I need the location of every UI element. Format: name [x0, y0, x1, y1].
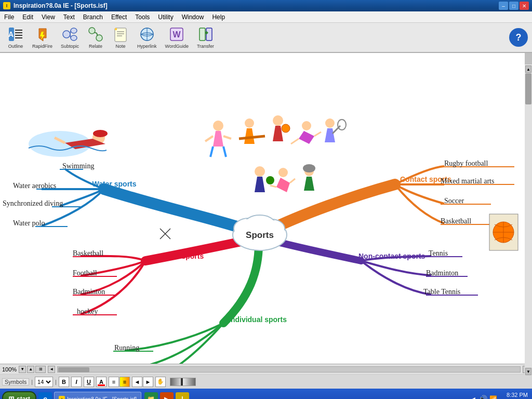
svg-text:A: A — [8, 30, 14, 38]
wordguide-tool[interactable]: W WordGuide — [162, 24, 192, 50]
underline-button[interactable]: U — [84, 377, 94, 387]
svg-point-52 — [213, 121, 223, 131]
italic-button[interactable]: I — [71, 377, 82, 387]
zoom-in-btn[interactable]: ▲ — [27, 366, 34, 373]
rapidfire-label: RapidFire — [32, 44, 52, 49]
team-sports-label: Team sports — [161, 252, 204, 260]
explorer-icon[interactable]: 📁 — [144, 392, 158, 399]
svg-point-65 — [278, 168, 288, 177]
rapidfire-tool[interactable]: RapidFire — [29, 24, 56, 50]
scroll-thumb[interactable] — [525, 73, 531, 104]
h-scroll-thumb[interactable] — [58, 367, 89, 373]
font-color-button[interactable]: A — [96, 377, 107, 387]
individual-sports-label: Individual sports — [229, 315, 287, 324]
symbols-label: Symbols — [2, 378, 29, 385]
tray-speaker[interactable]: 🔊 — [478, 395, 487, 399]
svg-line-60 — [314, 132, 321, 136]
tray-arrow[interactable]: ◄ — [470, 395, 476, 399]
leaf-football: Football — [73, 269, 97, 277]
titlebar-left: I Inspiration?8.0a IE - [Sports.isf] — [3, 2, 108, 9]
opacity-slider[interactable] — [170, 378, 196, 386]
svg-point-7 — [71, 28, 77, 33]
leaf-running: Running — [114, 344, 139, 352]
align-left-btn[interactable]: ≡ — [109, 377, 119, 387]
canvas-area[interactable]: Sports Water sports Swimming Water aerob… — [0, 53, 525, 364]
svg-point-58 — [302, 121, 311, 130]
menu-effect[interactable]: Effect — [107, 11, 131, 22]
note-label: Note — [116, 44, 126, 49]
svg-point-73 — [93, 130, 108, 137]
menu-tools[interactable]: Tools — [131, 11, 154, 22]
outline-tool[interactable]: A Outline — [4, 24, 27, 50]
titlebar: I Inspiration?8.0a IE - [Sports.isf] – □… — [0, 0, 532, 11]
maximize-button[interactable]: □ — [509, 2, 518, 10]
close-button[interactable]: ✕ — [520, 2, 529, 10]
app-icon: I — [3, 2, 10, 9]
hyperlink-tool[interactable]: Hyperlink — [134, 24, 160, 50]
leaf-water-aerobics: Water aerobics — [13, 182, 56, 190]
leaf-basketball-team: Basketball — [73, 249, 103, 257]
help-button[interactable]: ? — [509, 28, 528, 47]
vertical-scrollbar[interactable]: ▲ ▼ — [525, 64, 532, 375]
align-group: ≡ ≡ — [109, 377, 130, 387]
svg-point-55 — [245, 118, 254, 128]
format-separator2: | — [55, 379, 57, 385]
ie-icon[interactable]: e — [38, 392, 52, 399]
svg-rect-4 — [15, 37, 22, 38]
svg-point-57 — [282, 124, 290, 132]
note-tool[interactable]: Note — [109, 24, 132, 50]
zoom-fit-btn[interactable]: ⊞ — [35, 366, 46, 373]
zoom-out-btn[interactable]: ▼ — [19, 366, 26, 373]
menu-help[interactable]: Help — [208, 11, 229, 22]
taskbar-app-inspiration[interactable]: I Inspiration8.0a IE - [Sports.isf] — [54, 392, 141, 399]
menu-file[interactable]: File — [0, 11, 18, 22]
transfer-tool[interactable]: Transfer — [194, 24, 217, 50]
wordguide-label: WordGuide — [165, 44, 189, 49]
leaf-water-polo: Water polo — [13, 219, 45, 227]
app2-icon[interactable]: I — [176, 392, 189, 399]
clock[interactable]: 8:32 PM 9/22/2014 — [500, 391, 530, 399]
indent-decrease-btn[interactable]: ◄ — [132, 377, 142, 387]
menu-branch[interactable]: Branch — [79, 11, 107, 22]
opacity-handle[interactable] — [181, 378, 183, 385]
subtopic-icon — [62, 26, 78, 43]
subtopic-label: Subtopic — [61, 44, 79, 49]
menu-utility[interactable]: Utility — [154, 11, 177, 22]
leaf-badminton-team: Badminton — [73, 288, 105, 296]
menu-edit[interactable]: Edit — [18, 11, 37, 22]
leaf-rugby: Rugby football — [444, 159, 488, 167]
start-button[interactable]: ⊞ start — [2, 391, 36, 399]
titlebar-controls: – □ ✕ — [499, 2, 529, 10]
tray-network[interactable]: 📶 — [489, 395, 497, 399]
toolbar-right: ? — [509, 28, 528, 47]
subtopic-tool[interactable]: Subtopic — [58, 24, 82, 50]
menu-view[interactable]: View — [37, 11, 59, 22]
scroll-up-button[interactable]: ▲ — [525, 65, 531, 73]
leaf-swimming: Swimming — [62, 162, 94, 170]
h-scroll-left[interactable]: ◄ — [48, 366, 55, 373]
minimize-button[interactable]: – — [499, 2, 508, 10]
taskbar-right: ◄ 🔊 📶 8:32 PM 9/22/2014 — [470, 391, 530, 399]
scroll-down-button[interactable]: ▼ — [525, 368, 531, 375]
svg-point-62 — [338, 119, 346, 130]
svg-line-9 — [70, 31, 71, 34]
hand-tool-btn[interactable]: ✋ — [155, 377, 166, 387]
media-icon[interactable]: ▶ — [160, 392, 174, 399]
h-scrollbar-track[interactable] — [57, 366, 521, 373]
transfer-label: Transfer — [197, 44, 214, 49]
outline-icon: A — [7, 26, 24, 43]
water-sports-label: Water sports — [92, 180, 136, 188]
svg-rect-22 — [200, 28, 205, 41]
relate-tool[interactable]: Relate — [84, 24, 107, 50]
bold-button[interactable]: B — [59, 377, 69, 387]
indent-increase-btn[interactable]: ► — [143, 377, 153, 387]
hyperlink-label: Hyperlink — [137, 44, 157, 49]
leaf-badminton-nc: Badminton — [426, 269, 458, 277]
font-size-select[interactable]: 14121618 — [35, 377, 53, 387]
hyperlink-icon — [139, 26, 155, 43]
menu-window[interactable]: Window — [178, 11, 208, 22]
start-label: start — [17, 395, 30, 399]
menu-text[interactable]: Text — [59, 11, 79, 22]
highlight-btn[interactable]: ≡ — [119, 377, 130, 387]
leaf-hockey: hockey — [77, 308, 98, 315]
